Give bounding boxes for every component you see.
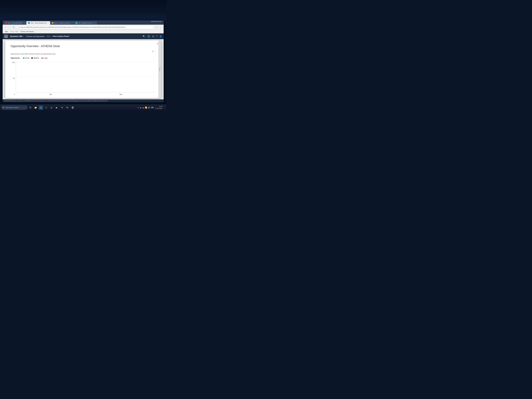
taskbar-explorer[interactable]: 📁 [33,105,38,110]
tab-mail-close[interactable]: × [24,22,25,24]
y-label-50: 50 [13,78,15,79]
taskbar-edge[interactable]: 🌐 [38,105,43,110]
taskbar-search-icon: 🔍 [3,107,5,108]
browser-window: Mail - Kevin@MOD85... × View - Items Ana… [3,20,164,102]
grid-lines [16,62,156,92]
dark-background-top [0,0,166,20]
vscode-icon: ⬡ [45,106,47,109]
forward-button[interactable]: → [8,25,11,29]
chart-controls: ☑ ··· [11,51,156,52]
taskbar-outlook[interactable]: ✉ [60,105,64,110]
taskbar-vscode[interactable]: ⬡ [44,105,49,110]
tab-bar: Mail - Kevin@MOD85... × View - Items Ana… [3,20,164,25]
back-button[interactable]: ← [4,25,7,29]
bookmark-apps[interactable]: Apps [4,31,9,33]
dynamics365-logo[interactable]: Dynamics 365 ▼ [10,35,24,37]
chart-title: Opportunity Overview - ATHENS Desk [11,44,156,48]
settings-nav-icon[interactable]: ⚙ [152,35,154,38]
tab-items-analysis[interactable]: View - Items Analysis Re... × [26,21,50,25]
tab-items-finance-label: Items - Finance and Op... [54,22,71,24]
taskbar: 🔍 Type here to search ⧉ 📁 🌐 ⬡ ◎ ▶ ✉ 🛍 📓 … [0,104,166,111]
tray-input-icon[interactable]: ⌨ [151,107,154,109]
tab-mail[interactable]: Mail - Kevin@MOD85... × [4,21,26,25]
main-content: × Filtre Opportunity Overview - ATHENS D… [3,39,164,99]
taskbar-onenote[interactable]: 📓 [70,105,75,110]
legend-small: Small [23,57,29,59]
globe-nav-icon[interactable]: 🌐 [147,35,150,38]
bookmark-button[interactable]: ☆ [155,25,158,29]
edge-icon: 🌐 [40,106,42,109]
menu-button[interactable]: ⋮ [159,25,163,29]
tab-items-finance[interactable]: Items - Finance and Op... × [50,21,74,25]
taskbar-taskview[interactable]: ⧉ [28,105,33,110]
grid-line-100 [16,62,156,62]
chart-more-icon[interactable]: ··· [154,51,156,52]
taskbar-media[interactable]: ▶ [54,105,59,110]
clock-time: 13:45 [155,106,163,108]
modal-close-button[interactable]: × [156,42,159,45]
show-desktop-button[interactable] [164,105,165,110]
tab-vis-customer[interactable]: Vis - Customer Card - I... × [74,21,97,25]
modal-panel: × Filtre Opportunity Overview - ATHENS D… [5,40,161,98]
tray-cloud2-icon[interactable]: ☁ [142,107,144,109]
url-bar[interactable]: 🔒 https://mod853593.financials.dynamics.… [16,25,154,29]
tray-cloud-icon[interactable]: ☁ [139,107,141,109]
taskview-icon: ⧉ [30,106,31,109]
legend-medium-label: Medium [33,57,39,59]
filter-panel[interactable]: Filtre [158,40,161,98]
breadcrumb-current: Items Analysis Report [53,35,69,37]
tab-vis-customer-close[interactable]: × [95,22,96,24]
onenote-icon: 📓 [71,106,74,109]
chart-checkbox-icon: ☑ [152,51,153,52]
legend-dot-small [23,57,25,59]
tray-network-icon[interactable]: 📶 [145,107,147,109]
bookmark-kevin-mail[interactable]: Kevin - Mail [10,31,18,32]
chart-legend: Opportunit... Small Medium Large [11,57,156,59]
chart-subtitle: Opportunity Count efter Partner Driven o… [11,53,156,55]
system-tray-icons: ∧ ☁ ☁ 📶 🔊 ⌨ [138,107,154,109]
dynamics365-logo-text: Dynamics 365 [10,35,22,37]
tray-arrow-icon[interactable]: ∧ [138,107,139,109]
chart-plot: No Yes [16,62,156,95]
hamburger-menu[interactable] [4,35,8,38]
taskbar-search-placeholder: Type here to search [6,107,19,108]
bar-chart: 100 50 0 [11,62,156,95]
chrome-icon: ◎ [51,106,52,109]
help-nav-icon[interactable]: ? [156,35,157,38]
menu-line-2 [4,36,8,37]
legend-dot-large [41,57,43,59]
refresh-button[interactable]: ↻ [12,25,15,29]
search-nav-icon[interactable]: 🔍 [143,35,145,38]
tab-vis-customer-label: Vis - Customer Card - I... [78,22,94,24]
bookmark-finance[interactable]: Finance and Operati... [20,31,36,33]
bars-area [16,62,156,92]
tab-items-finance-close[interactable]: × [71,22,72,24]
x-label-yes: Yes [86,92,156,95]
tab-favicon-items-finance [52,22,54,24]
legend-large-label: Large [44,57,48,59]
dynamics-nav: Dynamics 365 ▼ Finance and Operations It… [3,33,164,39]
tray-volume-icon[interactable]: 🔊 [148,107,150,109]
user-nav-icon[interactable]: 👤 [159,35,162,38]
url-text: https://mod853593.financials.dynamics.co… [20,26,126,28]
tab-favicon-vis-customer [76,22,77,24]
media-icon: ▶ [56,106,57,109]
module-label: Finance and Operations [26,35,44,37]
tab-mail-label: Mail - Kevin@MOD85... [8,22,23,24]
secure-icon: 🔒 [18,26,20,28]
store-icon: 🛍 [66,106,68,109]
taskbar-search[interactable]: 🔍 Type here to search [1,105,27,110]
tab-favicon-mail [5,22,7,24]
legend-label: Opportunit... [11,57,21,59]
status-url: mod853593.financials.dynamics.com/MS/Web… [4,100,108,101]
user-info: jasperhb.demo@... [150,20,164,22]
tab-items-analysis-close[interactable]: × [49,22,49,24]
breadcrumb: Items › Items Analysis Report [47,35,140,37]
menu-line-1 [4,35,8,35]
explorer-icon: 📁 [34,106,37,109]
taskbar-chrome[interactable]: ◎ [49,105,54,110]
taskbar-store[interactable]: 🛍 [65,105,70,110]
address-bar: ← → ↻ 🔒 https://mod853593.financials.dyn… [3,25,164,30]
breadcrumb-separator: › [51,35,52,37]
menu-line-3 [4,37,8,38]
